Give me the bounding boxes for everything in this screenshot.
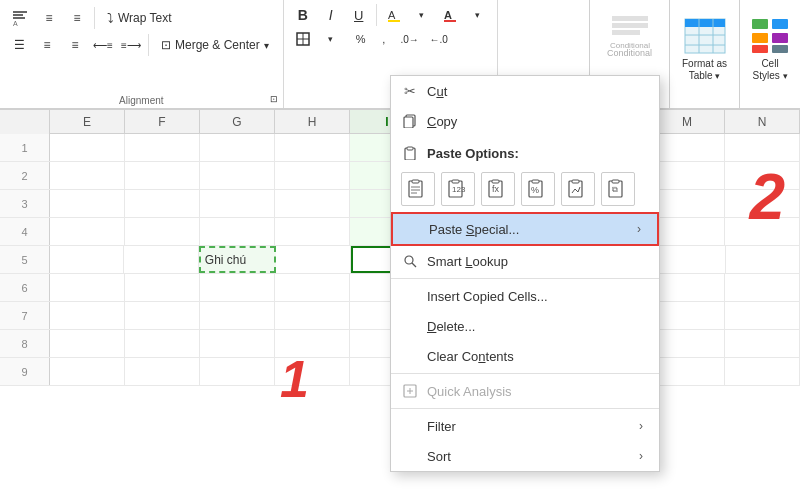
bold-button[interactable]: B bbox=[290, 4, 316, 26]
menu-item-filter[interactable]: Filter › bbox=[391, 411, 659, 441]
fill-color-dropdown[interactable]: ▾ bbox=[409, 4, 435, 26]
cell-H6[interactable] bbox=[275, 274, 350, 301]
cell-F6[interactable] bbox=[125, 274, 200, 301]
cell-G8[interactable] bbox=[200, 330, 275, 357]
cell-E3[interactable] bbox=[50, 190, 125, 217]
cell-M5[interactable] bbox=[651, 246, 725, 273]
menu-item-delete[interactable]: Delete... bbox=[391, 311, 659, 341]
smart-lookup-label: Smart Lookup bbox=[427, 254, 643, 269]
cell-G6[interactable] bbox=[200, 274, 275, 301]
cell-F8[interactable] bbox=[125, 330, 200, 357]
cell-M7[interactable] bbox=[650, 302, 725, 329]
borders-dropdown[interactable]: ▾ bbox=[318, 28, 344, 50]
align-left-icon[interactable]: ☰ bbox=[6, 34, 32, 56]
cell-H4[interactable] bbox=[275, 218, 350, 245]
paste-btn-3[interactable]: fx bbox=[481, 172, 515, 206]
cell-styles-button[interactable]: CellStyles ▾ bbox=[740, 0, 800, 110]
underline-icon[interactable]: U bbox=[346, 4, 372, 26]
cell-F9[interactable] bbox=[125, 358, 200, 385]
italic-button[interactable]: I bbox=[318, 4, 344, 26]
font-color-icon[interactable]: A bbox=[437, 4, 463, 26]
cell-E4[interactable] bbox=[50, 218, 125, 245]
cell-G7[interactable] bbox=[200, 302, 275, 329]
col-header-G[interactable]: G bbox=[200, 110, 275, 133]
cell-M2[interactable] bbox=[650, 162, 725, 189]
paste-btn-5[interactable] bbox=[561, 172, 595, 206]
cell-H1[interactable] bbox=[275, 134, 350, 161]
cell-E6[interactable] bbox=[50, 274, 125, 301]
menu-item-smart-lookup[interactable]: Smart Lookup bbox=[391, 246, 659, 276]
cell-E5[interactable] bbox=[50, 246, 124, 273]
menu-item-insert-copied[interactable]: Insert Copied Cells... bbox=[391, 281, 659, 311]
cell-E9[interactable] bbox=[50, 358, 125, 385]
cell-G1[interactable] bbox=[200, 134, 275, 161]
indent-increase-icon[interactable]: ≡ bbox=[64, 7, 90, 29]
col-header-N[interactable]: N bbox=[725, 110, 800, 133]
alignment-expand-icon[interactable]: ⊡ bbox=[267, 92, 281, 106]
font-color-dropdown[interactable]: ▾ bbox=[465, 4, 491, 26]
format-comma-icon[interactable]: , bbox=[373, 28, 395, 50]
indent-icon[interactable]: ≡⟶ bbox=[118, 34, 144, 56]
cell-F3[interactable] bbox=[125, 190, 200, 217]
cell-H5[interactable] bbox=[276, 246, 350, 273]
cell-F7[interactable] bbox=[125, 302, 200, 329]
format-number-icon[interactable]: % bbox=[350, 28, 372, 50]
merge-center-dropdown-icon[interactable]: ▾ bbox=[264, 40, 269, 51]
cell-F4[interactable] bbox=[125, 218, 200, 245]
fill-color-icon[interactable]: A bbox=[381, 4, 407, 26]
align-center-icon[interactable]: ≡ bbox=[34, 34, 60, 56]
cell-M9[interactable] bbox=[650, 358, 725, 385]
cell-M6[interactable] bbox=[650, 274, 725, 301]
menu-item-sort[interactable]: Sort › bbox=[391, 441, 659, 471]
cell-E1[interactable] bbox=[50, 134, 125, 161]
cell-N1[interactable] bbox=[725, 134, 800, 161]
cell-F5[interactable] bbox=[124, 246, 198, 273]
increase-decimal-icon[interactable]: .0→ bbox=[396, 28, 424, 50]
cell-N8[interactable] bbox=[725, 330, 800, 357]
cell-M8[interactable] bbox=[650, 330, 725, 357]
svg-rect-23 bbox=[752, 33, 768, 43]
cell-N9[interactable] bbox=[725, 358, 800, 385]
paste-btn-6[interactable]: ⧉ bbox=[601, 172, 635, 206]
cell-H7[interactable] bbox=[275, 302, 350, 329]
paste-btn-2[interactable]: 123 bbox=[441, 172, 475, 206]
cell-G4[interactable] bbox=[200, 218, 275, 245]
menu-item-cut[interactable]: ✂ Cut bbox=[391, 76, 659, 106]
col-header-F[interactable]: F bbox=[125, 110, 200, 133]
cell-E2[interactable] bbox=[50, 162, 125, 189]
cell-H2[interactable] bbox=[275, 162, 350, 189]
align-top-left-icon[interactable]: A bbox=[6, 4, 34, 32]
menu-item-copy[interactable]: Copy bbox=[391, 106, 659, 136]
wrap-text-button[interactable]: ⤵ Wrap Text bbox=[99, 7, 180, 29]
borders-icon[interactable] bbox=[290, 28, 316, 50]
col-header-H[interactable]: H bbox=[275, 110, 350, 133]
paste-btn-1[interactable] bbox=[401, 172, 435, 206]
paste-btn-4[interactable]: % bbox=[521, 172, 555, 206]
cell-M3[interactable] bbox=[650, 190, 725, 217]
indent-decrease-icon[interactable]: ≡ bbox=[36, 7, 62, 29]
col-header-M[interactable]: M bbox=[650, 110, 725, 133]
menu-item-paste-special[interactable]: Paste Special... › bbox=[391, 212, 659, 246]
cell-N5[interactable] bbox=[726, 246, 800, 273]
cell-G2[interactable] bbox=[200, 162, 275, 189]
outdent-icon[interactable]: ⟵≡ bbox=[90, 34, 116, 56]
cell-H3[interactable] bbox=[275, 190, 350, 217]
cell-G3[interactable] bbox=[200, 190, 275, 217]
merge-center-button[interactable]: ⊡ Merge & Center ▾ bbox=[153, 34, 277, 56]
cell-N7[interactable] bbox=[725, 302, 800, 329]
decrease-decimal-icon[interactable]: ←.0 bbox=[425, 28, 453, 50]
cell-G5-ghi-chu[interactable]: Ghi chú bbox=[199, 246, 276, 273]
cell-E8[interactable] bbox=[50, 330, 125, 357]
cell-F2[interactable] bbox=[125, 162, 200, 189]
format-table-button[interactable]: Format asTable ▾ bbox=[670, 0, 740, 110]
cell-M4[interactable] bbox=[650, 218, 725, 245]
cell-E7[interactable] bbox=[50, 302, 125, 329]
cell-M1[interactable] bbox=[650, 134, 725, 161]
align-right-icon[interactable]: ≡ bbox=[62, 34, 88, 56]
menu-item-clear-contents[interactable]: Clear Contents bbox=[391, 341, 659, 371]
quick-analysis-icon bbox=[401, 382, 419, 400]
col-header-E[interactable]: E bbox=[50, 110, 125, 133]
cell-G9[interactable] bbox=[200, 358, 275, 385]
cell-F1[interactable] bbox=[125, 134, 200, 161]
cell-N6[interactable] bbox=[725, 274, 800, 301]
